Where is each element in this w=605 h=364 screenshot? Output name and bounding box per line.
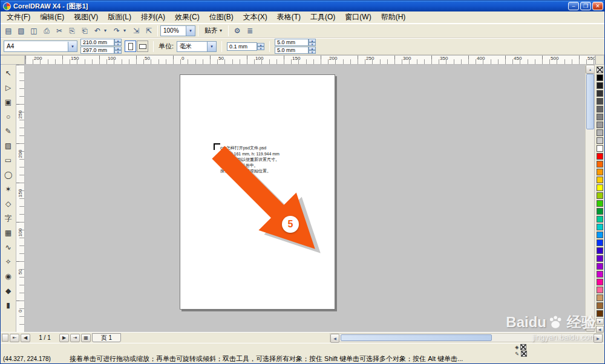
- palette-color-swatch[interactable]: [597, 224, 603, 230]
- fill-tool[interactable]: ◆: [2, 284, 15, 298]
- next-page-button[interactable]: ▶: [59, 334, 69, 342]
- last-page-button[interactable]: ⇥: [70, 334, 80, 342]
- drawing-canvas[interactable]: cdr怎样打开psd文件.psd w: 160.161 mm, h: 119.9…: [25, 65, 585, 332]
- nudge-stepper[interactable]: ▴▾: [257, 43, 264, 50]
- palette-color-swatch[interactable]: [597, 271, 603, 278]
- duplicate-y-stepper[interactable]: ▴▾: [309, 47, 316, 54]
- palette-color-swatch[interactable]: [597, 279, 603, 285]
- units-combo[interactable]: 毫米 ▼: [177, 41, 217, 52]
- portrait-button[interactable]: [125, 41, 136, 52]
- menu-item-view[interactable]: 视图(V): [69, 11, 103, 24]
- redo-button[interactable]: ↷: [111, 25, 123, 37]
- smart-fill-tool[interactable]: ▨: [2, 138, 15, 153]
- spin-down-icon[interactable]: ▾: [114, 42, 122, 46]
- menu-item-text[interactable]: 文本(X): [238, 11, 272, 24]
- menu-item-window[interactable]: 窗口(W): [340, 11, 376, 24]
- vertical-scrollbar[interactable]: ▴ ▾: [585, 65, 594, 332]
- options-button[interactable]: ⚙: [231, 25, 243, 37]
- document-page[interactable]: [180, 74, 335, 310]
- spin-down-icon[interactable]: ▾: [257, 47, 264, 50]
- menu-item-bitmaps[interactable]: 位图(B): [204, 11, 238, 24]
- palette-color-swatch[interactable]: [597, 169, 603, 175]
- first-page-button[interactable]: ⇤: [10, 334, 19, 342]
- paper-height-stepper[interactable]: ▴▾: [114, 47, 122, 54]
- docker-handle[interactable]: [2, 334, 8, 342]
- palette-color-swatch[interactable]: [597, 192, 603, 199]
- shape-tool[interactable]: ▷: [2, 80, 15, 95]
- palette-color-swatch[interactable]: [597, 310, 603, 317]
- previous-page-button[interactable]: ◀: [21, 334, 30, 342]
- palette-color-swatch[interactable]: [597, 287, 603, 293]
- paste-button[interactable]: ⎗: [79, 25, 91, 37]
- palette-color-swatch[interactable]: [597, 216, 603, 223]
- page-tab[interactable]: 页 1: [92, 333, 121, 342]
- cut-button[interactable]: ✂: [53, 25, 65, 37]
- redo-dropdown-arrow-icon[interactable]: ▾: [123, 25, 129, 37]
- new-button[interactable]: ▤: [2, 25, 15, 37]
- menu-item-effects[interactable]: 效果(C): [170, 11, 204, 24]
- horizontal-scroll-thumb[interactable]: [341, 334, 492, 341]
- polygon-tool[interactable]: ✶: [2, 182, 15, 197]
- paper-type-combo[interactable]: A4 ▼: [4, 41, 77, 52]
- zoom-tool[interactable]: ○: [2, 109, 15, 124]
- zoom-dropdown-arrow-icon[interactable]: ▼: [186, 26, 195, 36]
- palette-color-swatch[interactable]: [597, 74, 603, 81]
- palette-color-swatch[interactable]: [597, 208, 603, 215]
- palette-color-swatch[interactable]: [597, 294, 603, 301]
- palette-color-swatch[interactable]: [597, 232, 603, 238]
- scroll-left-button[interactable]: ◀: [330, 334, 339, 343]
- undo-button[interactable]: ↶: [91, 25, 103, 37]
- paper-width-stepper[interactable]: ▴▾: [114, 39, 122, 46]
- export-button[interactable]: ⇱: [143, 25, 155, 37]
- vertical-scroll-thumb[interactable]: [586, 74, 594, 129]
- duplicate-y-field[interactable]: 5.0 mm: [275, 47, 309, 54]
- palette-color-swatch[interactable]: [597, 129, 603, 136]
- open-button[interactable]: ▧: [15, 25, 27, 37]
- maximize-button[interactable]: ❐: [580, 2, 591, 10]
- menu-item-layout[interactable]: 版面(L): [103, 11, 136, 24]
- freehand-tool[interactable]: ✎: [2, 124, 15, 138]
- palette-scroll-down-button[interactable]: ▾: [596, 318, 604, 325]
- pick-tool[interactable]: ↖: [2, 66, 15, 80]
- outline-tool[interactable]: ◉: [2, 269, 15, 284]
- snap-to-dropdown[interactable]: 贴齐 ▾: [201, 24, 226, 37]
- ellipse-tool[interactable]: ◯: [2, 167, 15, 182]
- palette-color-swatch[interactable]: [597, 145, 603, 152]
- palette-color-swatch[interactable]: [597, 114, 603, 120]
- palette-color-swatch[interactable]: [597, 200, 603, 207]
- save-button[interactable]: ◫: [28, 25, 40, 37]
- table-tool[interactable]: ▦: [2, 226, 15, 240]
- scroll-up-button[interactable]: ▴: [586, 65, 595, 74]
- no-color-swatch[interactable]: [597, 67, 603, 73]
- ruler-options-button[interactable]: [595, 55, 604, 65]
- eyedropper-tool[interactable]: ✧: [2, 255, 15, 269]
- add-page-button[interactable]: ▦: [81, 334, 91, 342]
- app-launcher-button[interactable]: ≣: [244, 25, 256, 37]
- paper-width-field[interactable]: 210.0 mm: [80, 39, 114, 46]
- palette-color-swatch[interactable]: [597, 302, 603, 309]
- palette-color-swatch[interactable]: [597, 255, 603, 262]
- import-button[interactable]: ⇲: [130, 25, 142, 37]
- palette-color-swatch[interactable]: [597, 82, 603, 89]
- undo-dropdown-arrow-icon[interactable]: ▾: [104, 25, 110, 37]
- text-tool[interactable]: 字: [2, 211, 15, 226]
- menu-item-edit[interactable]: 编辑(E): [35, 11, 69, 24]
- copy-button[interactable]: ⎘: [66, 25, 78, 37]
- basic-shapes-tool[interactable]: ◇: [2, 197, 15, 211]
- horizontal-scrollbar[interactable]: ◀ ▶: [330, 333, 603, 342]
- menu-item-arrange[interactable]: 排列(A): [136, 11, 170, 24]
- palette-color-swatch[interactable]: [597, 177, 603, 183]
- landscape-button[interactable]: [137, 41, 148, 52]
- nudge-distance-field[interactable]: 0.1 mm: [227, 42, 257, 51]
- palette-color-swatch[interactable]: [597, 239, 603, 246]
- palette-color-swatch[interactable]: [597, 153, 603, 160]
- close-button[interactable]: ✕: [592, 2, 603, 10]
- menu-item-help[interactable]: 帮助(H): [376, 11, 411, 24]
- scroll-down-button[interactable]: ▾: [586, 323, 595, 332]
- paper-type-arrow-icon[interactable]: ▼: [68, 42, 77, 51]
- palette-color-swatch[interactable]: [597, 122, 603, 128]
- palette-color-swatch[interactable]: [597, 90, 603, 97]
- minimize-button[interactable]: –: [568, 2, 579, 10]
- duplicate-x-stepper[interactable]: ▴▾: [309, 39, 316, 46]
- blend-tool[interactable]: ∿: [2, 240, 15, 255]
